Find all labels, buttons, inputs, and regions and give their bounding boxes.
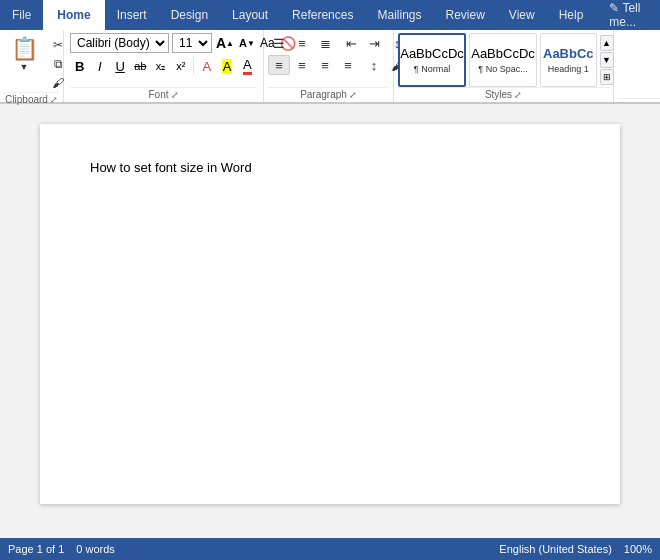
cut-icon: ✂ xyxy=(53,38,63,52)
tab-help[interactable]: Help xyxy=(547,0,596,30)
font-size-grow-button[interactable]: A▲ xyxy=(215,33,235,53)
style-heading1-label: Heading 1 xyxy=(548,64,589,74)
highlight-icon: A xyxy=(222,59,233,74)
align-left-button[interactable]: ≡ xyxy=(268,55,290,75)
paragraph-section: ☰ ≡ ≣ ⇤ ⇥ ↕ xyxy=(264,30,394,102)
copy-icon: ⧉ xyxy=(54,57,63,71)
font-color-button[interactable]: A xyxy=(238,55,257,77)
styles-more-button[interactable]: ⊞ xyxy=(600,69,614,85)
styles-label: Styles xyxy=(485,89,512,100)
clipboard-label: Clipboard xyxy=(5,94,48,105)
paragraph-label: Paragraph xyxy=(300,89,347,100)
highlight-button[interactable]: A xyxy=(218,55,237,77)
style-heading1-button[interactable]: AaBbCc Heading 1 xyxy=(540,33,597,87)
strikethrough-icon: ab xyxy=(134,60,146,72)
styles-scroll-down-button[interactable]: ▼ xyxy=(600,52,614,68)
style-normal-preview: AaBbCcDc xyxy=(400,46,464,62)
style-normal-label: ¶ Normal xyxy=(414,64,450,74)
font-section: Calibri (Body) 11 A▲ A▼ Aa 🚫 xyxy=(64,30,264,102)
subscript-button[interactable]: x₂ xyxy=(151,55,170,77)
text-effects-button[interactable]: A xyxy=(197,55,216,77)
font-name-select[interactable]: Calibri (Body) xyxy=(70,33,169,53)
italic-button[interactable]: I xyxy=(90,55,109,77)
clipboard-section: 📋 ▼ ✂ ⧉ 🖌 Clipb xyxy=(2,30,64,102)
line-spacing-icon: ↕ xyxy=(371,58,378,73)
bold-button[interactable]: B xyxy=(70,55,89,77)
paragraph-expand-icon[interactable]: ⤢ xyxy=(349,90,357,100)
subscript-icon: x₂ xyxy=(156,60,166,73)
paste-icon: 📋 xyxy=(11,36,38,62)
style-normal-button[interactable]: AaBbCcDc ¶ Normal xyxy=(398,33,466,87)
numbering-icon: ≡ xyxy=(298,36,306,51)
styles-section: AaBbCcDc ¶ Normal AaBbCcDc ¶ No Spac... … xyxy=(394,30,614,102)
tab-file[interactable]: File xyxy=(0,0,43,30)
font-size-shrink-icon: A xyxy=(239,37,247,49)
styles-expand-icon[interactable]: ⤢ xyxy=(514,90,522,100)
tab-insert[interactable]: Insert xyxy=(105,0,159,30)
document-content[interactable]: How to set font size in Word xyxy=(90,160,570,175)
bullets-button[interactable]: ☰ xyxy=(268,33,290,53)
strikethrough-button[interactable]: ab xyxy=(131,55,150,77)
tab-tellme[interactable]: ✎ Tell me... xyxy=(595,0,660,30)
line-spacing-button[interactable]: ↕ xyxy=(363,55,385,75)
document-page[interactable]: How to set font size in Word xyxy=(40,124,620,504)
decrease-indent-button[interactable]: ⇤ xyxy=(340,33,362,53)
bold-icon: B xyxy=(75,59,84,74)
paste-dropdown-arrow: ▼ xyxy=(20,62,29,72)
underline-button[interactable]: U xyxy=(110,55,129,77)
paste-button[interactable]: 📋 ▼ xyxy=(4,32,44,76)
style-nospacing-button[interactable]: AaBbCcDc ¶ No Spac... xyxy=(469,33,537,87)
tab-design[interactable]: Design xyxy=(159,0,220,30)
format-painter-icon: 🖌 xyxy=(52,76,64,90)
align-center-icon: ≡ xyxy=(298,58,306,73)
editing-section xyxy=(614,30,660,102)
document-area: How to set font size in Word xyxy=(0,104,660,534)
align-right-button[interactable]: ≡ xyxy=(314,55,336,75)
tab-review[interactable]: Review xyxy=(433,0,496,30)
style-nospacing-label: ¶ No Spac... xyxy=(478,64,527,74)
bullets-icon: ☰ xyxy=(273,36,285,51)
multilevel-icon: ≣ xyxy=(320,36,331,51)
tab-view[interactable]: View xyxy=(497,0,547,30)
style-heading1-preview: AaBbCc xyxy=(543,46,594,62)
font-color-icon: A xyxy=(243,57,252,75)
multilevel-button[interactable]: ≣ xyxy=(314,33,336,53)
align-right-icon: ≡ xyxy=(321,58,329,73)
style-nospacing-preview: AaBbCcDc xyxy=(471,46,535,62)
justify-icon: ≡ xyxy=(344,58,352,73)
superscript-button[interactable]: x² xyxy=(171,55,190,77)
align-left-icon: ≡ xyxy=(275,58,283,73)
numbering-button[interactable]: ≡ xyxy=(291,33,313,53)
italic-icon: I xyxy=(98,59,102,74)
increase-indent-icon: ⇥ xyxy=(369,36,380,51)
align-center-button[interactable]: ≡ xyxy=(291,55,313,75)
increase-indent-button[interactable]: ⇥ xyxy=(363,33,385,53)
decrease-indent-icon: ⇤ xyxy=(346,36,357,51)
font-size-shrink-button[interactable]: A▼ xyxy=(238,33,256,53)
underline-icon: U xyxy=(115,59,124,74)
tab-home[interactable]: Home xyxy=(43,0,104,30)
tab-layout[interactable]: Layout xyxy=(220,0,280,30)
font-size-grow-icon: A xyxy=(216,35,226,51)
justify-button[interactable]: ≡ xyxy=(337,55,359,75)
styles-scroll-up-button[interactable]: ▲ xyxy=(600,35,614,51)
font-size-select[interactable]: 11 xyxy=(172,33,212,53)
font-label: Font xyxy=(148,89,168,100)
text-effects-icon: A xyxy=(203,59,212,74)
clipboard-expand-icon[interactable]: ⤢ xyxy=(50,95,58,105)
font-expand-icon[interactable]: ⤢ xyxy=(171,90,179,100)
superscript-icon: x² xyxy=(176,60,185,72)
tab-references[interactable]: References xyxy=(280,0,365,30)
tab-mailings[interactable]: Mailings xyxy=(365,0,433,30)
